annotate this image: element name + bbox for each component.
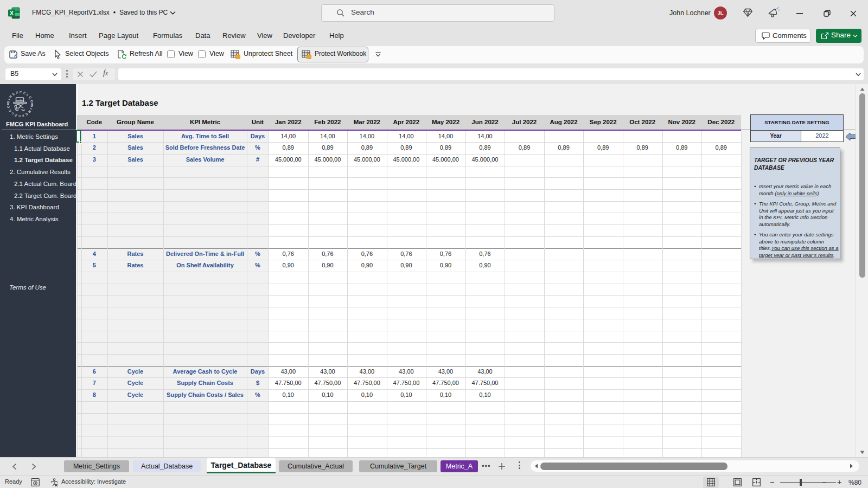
svg-text:X: X [10,10,14,16]
